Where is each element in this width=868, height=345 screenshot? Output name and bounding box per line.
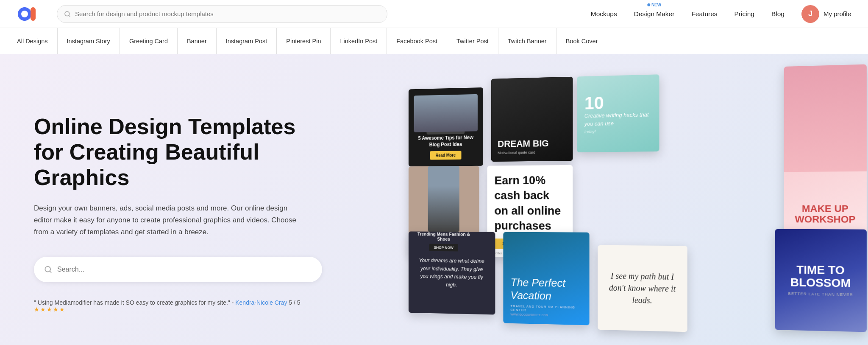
hero-title: Online Design Templates for Creating Bea… xyxy=(34,114,322,190)
hero-left: Online Design Templates for Creating Bea… xyxy=(0,54,348,345)
subnav-facebook-post[interactable]: Facebook Post xyxy=(387,28,447,54)
subnav-instagram-story[interactable]: Instagram Story xyxy=(58,28,120,54)
subnav-book-cover[interactable]: Book Cover xyxy=(556,28,607,54)
card-fashion-figure xyxy=(428,166,459,232)
category-subnav: All Designs Instagram Story Greeting Car… xyxy=(0,28,868,54)
card-dreambig-title: DREAM BIG xyxy=(498,138,549,149)
nav-features[interactable]: Features xyxy=(691,10,717,18)
card-laptop-img xyxy=(414,94,478,132)
hero-search-bar xyxy=(34,257,322,282)
header: Mockups NEW Design Maker Features Pricin… xyxy=(0,0,868,28)
card-makeup-text: MAKE UP WORKSHOP xyxy=(793,203,857,225)
card-blossom-sub: BETTER LATE THAN NEVER xyxy=(788,291,853,297)
card-quote-text: Your dreams are what define your individ… xyxy=(416,256,487,289)
new-badge: NEW xyxy=(647,3,661,7)
avatar: J xyxy=(801,5,819,23)
hero-subtitle: Design your own banners, ads, social med… xyxy=(34,202,305,238)
hero-search-icon xyxy=(44,265,52,274)
subnav-banner[interactable]: Banner xyxy=(178,28,217,54)
card-blog-btn: Read More xyxy=(430,151,461,160)
nav-blog[interactable]: Blog xyxy=(771,10,785,18)
svg-line-6 xyxy=(50,271,51,272)
subnav-all-designs[interactable]: All Designs xyxy=(17,28,58,54)
hero-right: 5 Awesome Tips for New Blog Post Idea Re… xyxy=(348,54,868,345)
svg-rect-2 xyxy=(31,7,36,21)
card-blossom-title: TIME TO BLOSSOM xyxy=(784,264,857,290)
hero-section: Online Design Templates for Creating Bea… xyxy=(0,54,868,345)
card-vacation-url: WWW.GOODWEBSITE.COM xyxy=(511,313,548,317)
design-card-blog: 5 Awesome Tips for New Blog Post Idea Re… xyxy=(409,87,483,166)
svg-line-4 xyxy=(69,15,70,17)
testimonial: " Using Mediamodifier has made it SO eas… xyxy=(34,299,322,313)
hero-search-input[interactable] xyxy=(57,266,312,273)
nav-design-maker[interactable]: NEW Design Maker xyxy=(634,10,675,18)
card-fashion-btn: SHOP NOW xyxy=(429,244,458,252)
subnav-twitch-banner[interactable]: Twitch Banner xyxy=(498,28,556,54)
card-dreambig-subtitle: Motivational quote card xyxy=(498,150,535,155)
design-card-writing: 10 Creative writing hacks that you can u… xyxy=(577,74,659,152)
profile-area[interactable]: J My profile xyxy=(801,5,851,23)
card-writing-sub: today! xyxy=(584,129,596,134)
nav-mockups[interactable]: Mockups xyxy=(591,10,617,18)
nav-pricing[interactable]: Pricing xyxy=(734,10,754,18)
card-vacation-sub: TRAVEL AND TOURISM PLANNING CENTER xyxy=(511,304,582,313)
design-card-path: I see my path but I don't know where it … xyxy=(598,245,687,332)
card-vacation-title: The Perfect Vacation xyxy=(511,276,582,303)
header-search-bar xyxy=(57,5,387,23)
logo[interactable] xyxy=(17,5,47,23)
card-blog-text: 5 Awesome Tips for New Blog Post Idea xyxy=(414,135,478,148)
card-cashback-text: Earn 10% cash back on all online purchas… xyxy=(495,173,565,234)
profile-name: My profile xyxy=(823,10,851,17)
card-writing-num: 10 xyxy=(584,94,604,112)
subnav-twitter-post[interactable]: Twitter Post xyxy=(447,28,498,54)
search-icon xyxy=(64,11,71,17)
svg-point-1 xyxy=(21,11,28,17)
design-card-makeup: MAKE UP WORKSHOP xyxy=(784,64,867,234)
design-card-blossom: TIME TO BLOSSOM BETTER LATE THAN NEVER xyxy=(775,229,866,332)
card-path-text: I see my path but I don't know where it … xyxy=(606,270,679,307)
subnav-instagram-post[interactable]: Instagram Post xyxy=(217,28,277,54)
header-search-input[interactable] xyxy=(75,10,380,17)
design-card-dreambig: DREAM BIG Motivational quote card xyxy=(491,77,573,162)
card-makeup-face xyxy=(784,64,867,172)
subnav-greeting-card[interactable]: Greeting Card xyxy=(120,28,178,54)
card-fashion-text: Trending Mens Fashion & Shoes xyxy=(413,231,475,241)
card-writing-text: Creative writing hacks that you can use xyxy=(584,111,651,128)
design-card-vacation: The Perfect Vacation TRAVEL AND TOURISM … xyxy=(503,232,589,325)
main-nav: Mockups NEW Design Maker Features Pricin… xyxy=(574,10,785,18)
subnav-linkedin-post[interactable]: LinkedIn Post xyxy=(331,28,387,54)
cards-mosaic: 5 Awesome Tips for New Blog Post Idea Re… xyxy=(378,55,868,345)
subnav-pinterest-pin[interactable]: Pinterest Pin xyxy=(277,28,331,54)
